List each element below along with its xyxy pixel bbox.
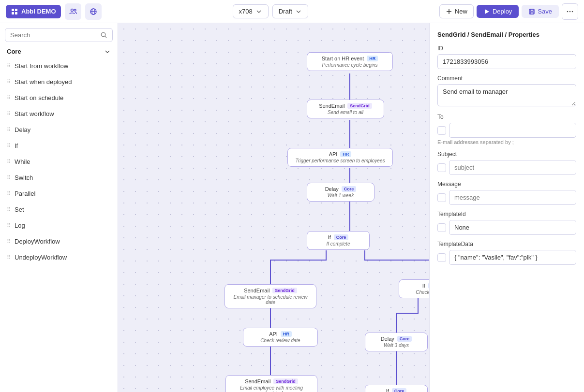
node-subtitle: Email manager to schedule review date — [230, 294, 311, 305]
sidebar-item-label: Switch — [15, 174, 33, 181]
new-button[interactable]: New — [439, 4, 474, 18]
sidebar-item-delay[interactable]: ⠿Delay — [0, 122, 118, 138]
brand-button[interactable]: Abbi DEMO — [6, 5, 61, 18]
workflow-node-n6[interactable]: SendEmail SendGrid Email manager to sche… — [225, 284, 316, 308]
svg-point-5 — [74, 9, 76, 11]
sidebar-item-start-when-deployed[interactable]: ⠿Start when deployed — [0, 74, 118, 90]
workflow-node-n11[interactable]: SendEmail SendGrid Email employee with m… — [225, 375, 317, 392]
workflow-name: x708 — [239, 8, 253, 15]
workflow-name-dropdown[interactable]: x708 — [233, 4, 269, 18]
workflow-node-n4[interactable]: Delay Core Wait 1 week — [307, 183, 374, 202]
template-data-row — [437, 250, 576, 265]
to-checkbox[interactable] — [437, 126, 446, 135]
id-input[interactable] — [437, 54, 576, 69]
sidebar-item-set[interactable]: ⠿Set — [0, 202, 118, 218]
sidebar-item-start-workflow[interactable]: ⠿Start workflow — [0, 106, 118, 122]
status-dropdown[interactable]: Draft — [272, 4, 308, 18]
sidebar-item-switch[interactable]: ⠿Switch — [0, 170, 118, 186]
sidebar-item-parallel[interactable]: ⠿Parallel — [0, 186, 118, 202]
node-title-row: Delay Core — [370, 336, 422, 342]
core-label: Core — [7, 48, 21, 55]
sidebar-item-log[interactable]: ⠿Log — [0, 218, 118, 233]
node-badge: SendGrid — [347, 103, 372, 109]
node-title-text: Start on HR event — [322, 56, 364, 61]
id-label: ID — [437, 45, 576, 52]
workflow-node-n2[interactable]: SendEmail SendGrid Send email to all — [307, 100, 384, 118]
svg-rect-2 — [12, 12, 14, 15]
core-section-header: Core — [0, 45, 118, 58]
node-subtitle: Email employee with meeting scheduled — [231, 385, 312, 392]
node-subtitle: Wait 1 week — [312, 193, 369, 198]
new-label: New — [455, 8, 467, 15]
node-title-row: SendEmail SendGrid — [312, 103, 379, 109]
template-data-label: TemplateData — [437, 241, 576, 247]
node-title-row: API HR — [248, 331, 313, 337]
svg-rect-13 — [530, 9, 533, 11]
comment-label: Comment — [437, 75, 576, 82]
node-subtitle: If complete — [312, 241, 364, 247]
subject-checkbox[interactable] — [437, 163, 446, 172]
workflow-canvas[interactable]: Start on HR event HR Performance cycle b… — [118, 23, 429, 392]
workflow-node-n9[interactable]: Delay Core Wait 3 days — [365, 333, 428, 351]
svg-rect-14 — [530, 12, 533, 14]
search-input[interactable] — [10, 31, 97, 39]
users-icon-button[interactable] — [65, 3, 81, 20]
sidebar-item-label: Parallel — [15, 190, 35, 197]
sidebar-item-label: If — [15, 142, 18, 149]
message-input[interactable] — [449, 190, 576, 205]
sidebar-items: ⠿Start from workflow⠿Start when deployed… — [0, 58, 118, 265]
search-box[interactable] — [5, 28, 113, 42]
template-id-checkbox[interactable] — [437, 223, 446, 232]
chevron-down-icon — [104, 48, 111, 55]
globe-icon-button[interactable] — [85, 3, 102, 20]
message-row — [437, 190, 576, 205]
sidebar-item-start-from-workflow[interactable]: ⠿Start from workflow — [0, 58, 118, 74]
drag-handle-icon: ⠿ — [7, 79, 11, 85]
more-button[interactable] — [562, 3, 578, 20]
sidebar-item-undeploy-workflow[interactable]: ⠿UndeployWorkflow — [0, 249, 118, 265]
svg-point-4 — [71, 9, 73, 11]
workflow-node-n8[interactable]: API HR Check review date — [243, 328, 318, 347]
svg-point-18 — [101, 32, 105, 36]
save-button[interactable]: Save — [522, 5, 559, 18]
drag-handle-icon: ⠿ — [7, 174, 11, 181]
to-row — [437, 123, 576, 138]
deploy-button[interactable]: Deploy — [477, 5, 519, 18]
save-label: Save — [538, 8, 552, 15]
sidebar-item-label: Set — [15, 206, 24, 213]
sidebar-item-start-on-schedule[interactable]: ⠿Start on schedule — [0, 90, 118, 106]
svg-line-19 — [105, 36, 106, 38]
node-title-text: API — [329, 151, 338, 157]
sidebar-item-deploy-workflow[interactable]: ⠿DeployWorkflow — [0, 233, 118, 249]
drag-handle-icon: ⠿ — [7, 238, 11, 245]
workflow-node-n7[interactable]: If Core Check if started — [399, 279, 429, 298]
search-icon — [100, 31, 107, 39]
comment-input[interactable]: Send email to manager — [437, 84, 576, 106]
sidebar-item-label: Start when deployed — [15, 78, 72, 86]
template-data-input[interactable] — [449, 250, 576, 265]
template-data-checkbox[interactable] — [437, 253, 446, 262]
to-hint: E-mail addresses separated by ; — [437, 139, 576, 145]
topbar-right: New Deploy Save — [439, 3, 578, 20]
drag-handle-icon: ⠿ — [7, 206, 11, 213]
message-checkbox[interactable] — [437, 193, 446, 202]
svg-rect-1 — [15, 9, 17, 11]
node-title-text: If — [422, 283, 425, 289]
workflow-node-n1[interactable]: Start on HR event HR Performance cycle b… — [307, 52, 393, 71]
node-title-row: If Core — [404, 283, 429, 289]
subject-input[interactable] — [449, 160, 576, 175]
workflow-node-n5[interactable]: If Core If complete — [307, 231, 370, 250]
template-id-input[interactable] — [449, 220, 576, 235]
svg-rect-3 — [15, 12, 17, 15]
svg-point-15 — [567, 11, 569, 12]
sidebar-item-label: While — [15, 158, 30, 165]
node-title-row: SendEmail SendGrid — [231, 378, 312, 384]
svg-point-16 — [569, 11, 571, 12]
node-title-text: If — [328, 234, 331, 240]
workflow-node-n12[interactable]: If Core If complete — [365, 385, 428, 392]
workflow-node-n3[interactable]: API HR Trigger performance screen to emp… — [287, 148, 393, 167]
node-title-row: Delay Core — [312, 186, 369, 192]
to-input[interactable] — [449, 123, 576, 138]
sidebar-item-if[interactable]: ⠿If — [0, 138, 118, 154]
sidebar-item-while[interactable]: ⠿While — [0, 154, 118, 170]
